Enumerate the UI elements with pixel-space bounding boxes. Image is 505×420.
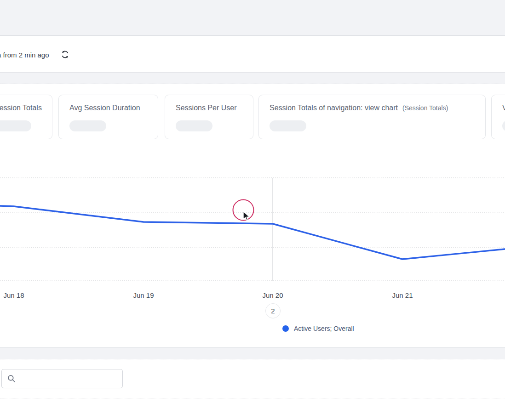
metric-card-title: Session Totals of navigation: view chart: [270, 104, 398, 112]
metric-card-session-totals-navigation[interactable]: Session Totals of navigation: view chart…: [258, 95, 486, 139]
search-box[interactable]: [1, 369, 123, 388]
x-axis-tick-jun21: Jun 21: [392, 291, 413, 299]
metric-card-title: Session Totals: [0, 104, 42, 112]
metric-card-title: Avg Session Duration: [69, 104, 140, 112]
data-freshness-text: a from 2 min ago: [0, 51, 49, 59]
loading-skeleton: [0, 120, 31, 131]
metric-card-avg-session-duration[interactable]: Avg Session Duration: [58, 95, 158, 139]
analytics-dashboard: a from 2 min ago Session Totals Avg Sess…: [0, 0, 505, 420]
active-users-line-chart[interactable]: [0, 156, 505, 285]
x-axis-tick-jun18: Jun 18: [3, 291, 24, 299]
annotation-count-badge[interactable]: 2: [265, 303, 281, 318]
x-axis-tick-jun20: Jun 20: [262, 291, 283, 299]
loading-skeleton: [69, 120, 106, 131]
metric-card-title: Sessions Per User: [176, 104, 237, 112]
loading-skeleton: [502, 120, 505, 131]
collapsed-section-band-top: [0, 72, 505, 84]
top-toolbar-band: [0, 0, 505, 36]
legend-color-dot: [282, 325, 289, 332]
refresh-button[interactable]: [59, 50, 70, 61]
refresh-icon: [61, 50, 69, 60]
loading-skeleton: [270, 120, 306, 131]
collapsed-section-band-bottom: [0, 347, 505, 359]
loading-skeleton: [176, 120, 212, 131]
metric-card-sessions-per-user[interactable]: Sessions Per User: [165, 95, 253, 139]
metric-card-title: V: [502, 104, 505, 112]
legend-item-active-users[interactable]: Active Users; Overall: [282, 325, 354, 332]
x-axis-tick-jun19: Jun 19: [133, 291, 154, 299]
search-icon: [7, 375, 16, 383]
metric-card-session-totals[interactable]: Session Totals: [0, 95, 52, 139]
annotation-count: 2: [271, 307, 275, 315]
metric-card-clipped[interactable]: V: [491, 95, 505, 139]
search-input[interactable]: [19, 369, 122, 388]
bottom-divider: [0, 398, 505, 398]
legend-label: Active Users; Overall: [294, 325, 354, 332]
metric-card-subtitle: (Session Totals): [402, 104, 448, 112]
